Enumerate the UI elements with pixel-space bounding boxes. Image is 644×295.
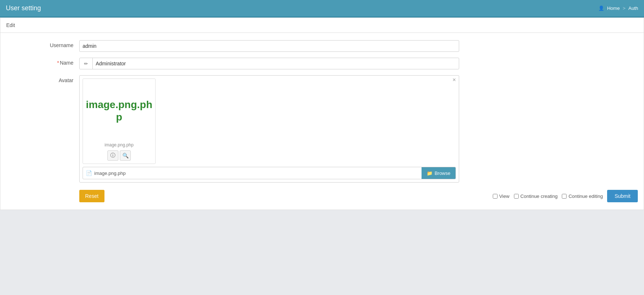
- close-icon: ×: [453, 77, 456, 83]
- continue-editing-label: Continue editing: [568, 194, 603, 199]
- avatar-container: × image.png.php image.png.php ⓘ: [79, 75, 459, 183]
- continue-creating-checkbox[interactable]: [514, 194, 519, 199]
- zoom-icon: 🔍: [122, 153, 129, 158]
- avatar-label: Avatar: [6, 75, 79, 83]
- name-group: *Name ✏: [6, 58, 638, 69]
- image-preview-filename: image.png.php: [104, 142, 133, 148]
- info-icon: ⓘ: [110, 152, 115, 159]
- name-required-asterisk: *: [57, 60, 59, 66]
- pencil-icon: ✏: [84, 61, 88, 66]
- view-label: View: [499, 194, 510, 199]
- card-header: Edit: [0, 18, 644, 33]
- file-icon: 📄: [86, 170, 92, 176]
- navbar-right: 👤 Home > Auth: [598, 5, 638, 11]
- image-preview-actions: ⓘ 🔍: [107, 150, 131, 161]
- person-icon: 👤: [598, 5, 604, 11]
- nav-auth-link[interactable]: Auth: [628, 5, 638, 11]
- browse-label: Browse: [435, 171, 450, 176]
- avatar-close-button[interactable]: ×: [453, 77, 456, 83]
- avatar-group: Avatar × image.png.php image.png.php ⓘ: [6, 75, 638, 183]
- file-input-display: 📄 image.png.php: [83, 168, 422, 178]
- image-zoom-button[interactable]: 🔍: [120, 150, 131, 161]
- view-checkbox-label[interactable]: View: [493, 194, 510, 199]
- reset-button[interactable]: Reset: [79, 190, 104, 202]
- image-preview-title: image.png.php: [86, 99, 152, 123]
- name-label: *Name: [6, 58, 79, 66]
- name-input[interactable]: [93, 59, 459, 68]
- form-footer: Reset View Continue creating Continue ed…: [6, 190, 638, 202]
- image-preview-area: image.png.php: [86, 82, 152, 140]
- edit-card: Edit Username *Name ✏: [0, 18, 644, 210]
- continue-editing-checkbox-label[interactable]: Continue editing: [562, 194, 603, 199]
- file-input-row: 📄 image.png.php 📁 Browse: [83, 167, 456, 179]
- navbar: User setting 👤 Home > Auth: [0, 0, 644, 18]
- footer-right: View Continue creating Continue editing …: [493, 190, 638, 202]
- username-input[interactable]: [79, 40, 459, 52]
- card-body: Username *Name ✏ Avatar: [0, 33, 644, 210]
- name-input-wrapper: ✏: [79, 58, 459, 69]
- continue-creating-checkbox-label[interactable]: Continue creating: [514, 194, 558, 199]
- username-group: Username: [6, 40, 638, 52]
- image-info-button[interactable]: ⓘ: [107, 150, 118, 161]
- file-input-value: image.png.php: [94, 171, 126, 176]
- nav-home-link[interactable]: Home: [607, 5, 620, 11]
- submit-button[interactable]: Submit: [607, 190, 638, 202]
- view-checkbox[interactable]: [493, 194, 498, 199]
- folder-icon: 📁: [427, 171, 432, 176]
- continue-creating-label: Continue creating: [521, 194, 558, 199]
- username-label: Username: [6, 40, 79, 48]
- browse-button[interactable]: 📁 Browse: [422, 167, 456, 179]
- continue-editing-checkbox[interactable]: [562, 194, 567, 199]
- image-preview-card: image.png.php image.png.php ⓘ 🔍: [83, 78, 156, 164]
- nav-separator: >: [623, 5, 626, 11]
- name-pencil-button[interactable]: ✏: [80, 58, 93, 69]
- main-content: Edit Username *Name ✏: [0, 18, 644, 210]
- app-title: User setting: [6, 4, 41, 12]
